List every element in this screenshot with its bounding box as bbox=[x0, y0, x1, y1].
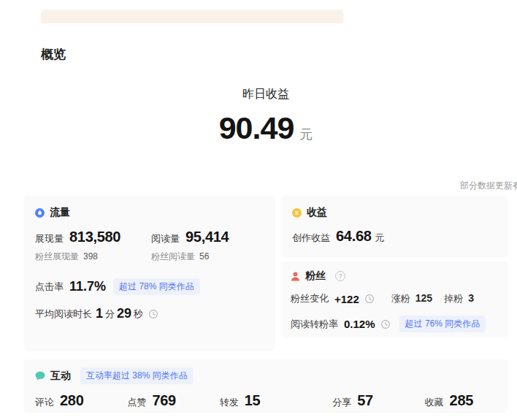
interaction-card-title: 互动 bbox=[50, 370, 71, 383]
reads-value: 95,414 bbox=[185, 229, 229, 245]
comments-value: 280 bbox=[60, 392, 83, 409]
stats-cards: 流量 展现量 813,580 阅读量 95,414 粉丝展现量 398 bbox=[23, 196, 508, 413]
earnings-card-title: 收益 bbox=[307, 206, 327, 219]
interaction-stat-comments: 评论 280 bbox=[35, 392, 127, 409]
interaction-stat-likes: 点赞 769 bbox=[127, 392, 219, 409]
notification-banner bbox=[41, 9, 343, 23]
fan-impressions-label: 粉丝展现量 bbox=[35, 251, 79, 263]
creation-earnings-unit: 元 bbox=[375, 232, 385, 245]
avg-read-time-minutes: 1 bbox=[96, 306, 103, 321]
page-title: 概览 bbox=[41, 46, 66, 63]
yesterday-earnings-label: 昨日收益 bbox=[23, 87, 508, 102]
earnings-card: ¥ 收益 创作收益 64.68 元 bbox=[280, 196, 508, 257]
interaction-stat-shares: 分享 57 bbox=[312, 392, 404, 409]
avg-read-time-minutes-unit: 分 bbox=[105, 308, 115, 321]
interaction-stat-favorites: 收藏 285 bbox=[405, 392, 497, 409]
shares-label: 分享 bbox=[332, 396, 351, 409]
avg-read-time-seconds: 29 bbox=[117, 306, 131, 321]
update-time-icon[interactable] bbox=[148, 309, 158, 319]
favorites-value: 285 bbox=[450, 392, 473, 409]
fan-impressions-value: 398 bbox=[83, 251, 98, 261]
overview-page: 概览 昨日收益 90.49 元 部分数据更新有 流量 bbox=[0, 0, 517, 420]
avg-read-time-label: 平均阅读时长 bbox=[35, 308, 92, 321]
reads-label: 阅读量 bbox=[151, 232, 180, 245]
fan-reads-value: 56 bbox=[199, 251, 209, 261]
likes-label: 点赞 bbox=[127, 396, 146, 409]
interaction-percentile-badge: 互动率超过 38% 同类作品 bbox=[80, 367, 194, 384]
read-to-fan-rate-label: 阅读转粉率 bbox=[291, 318, 338, 331]
data-update-note: 部分数据更新有 bbox=[460, 180, 517, 192]
update-time-icon[interactable] bbox=[364, 294, 375, 304]
earnings-icon: ¥ bbox=[292, 208, 302, 218]
creation-earnings-value: 64.68 bbox=[336, 228, 372, 245]
creation-earnings-label: 创作收益 bbox=[292, 232, 330, 245]
impressions-label: 展现量 bbox=[35, 232, 64, 245]
fans-gain-value: 125 bbox=[415, 292, 432, 304]
traffic-card: 流量 展现量 813,580 阅读量 95,414 粉丝展现量 398 bbox=[23, 196, 275, 351]
impressions-value: 813,580 bbox=[69, 229, 120, 245]
fans-loss-label: 掉粉 bbox=[444, 292, 463, 305]
traffic-card-title: 流量 bbox=[50, 206, 70, 219]
traffic-icon bbox=[35, 208, 45, 218]
avg-read-time-seconds-unit: 秒 bbox=[134, 308, 143, 321]
fans-icon bbox=[291, 272, 300, 281]
reposts-label: 转发 bbox=[220, 396, 239, 409]
fans-card: 粉丝 ? 粉丝变化 +122 涨粉 bbox=[280, 261, 508, 337]
reposts-value: 15 bbox=[245, 392, 261, 409]
yesterday-earnings-value: 90.49 bbox=[219, 110, 294, 146]
fans-gain-label: 涨粉 bbox=[391, 292, 410, 305]
yesterday-earnings-summary: 昨日收益 90.49 元 bbox=[23, 87, 508, 146]
interaction-stat-reposts: 转发 15 bbox=[220, 392, 312, 409]
ctr-value: 11.7% bbox=[69, 279, 106, 294]
comments-label: 评论 bbox=[35, 396, 54, 409]
likes-value: 769 bbox=[152, 392, 175, 409]
conversion-percentile-badge: 超过 76% 同类作品 bbox=[399, 316, 486, 332]
ctr-label: 点击率 bbox=[35, 280, 64, 294]
read-to-fan-rate-value: 0.12% bbox=[344, 318, 375, 330]
favorites-label: 收藏 bbox=[425, 396, 444, 409]
ctr-percentile-badge: 超过 78% 同类作品 bbox=[113, 278, 200, 295]
fans-change-label: 粉丝变化 bbox=[291, 292, 329, 305]
update-time-icon[interactable] bbox=[380, 319, 391, 329]
interaction-icon bbox=[35, 371, 45, 381]
fans-change-value: +122 bbox=[334, 293, 359, 305]
fans-card-title: 粉丝 bbox=[305, 270, 326, 283]
fan-reads-label: 粉丝阅读量 bbox=[151, 251, 195, 263]
yesterday-earnings-unit: 元 bbox=[299, 126, 313, 143]
shares-value: 57 bbox=[357, 392, 373, 409]
fans-loss-value: 3 bbox=[468, 292, 474, 304]
help-icon[interactable]: ? bbox=[335, 271, 345, 281]
interaction-card: 互动 互动率超过 38% 同类作品 评论 280 点赞 769 转发 15 分享 bbox=[23, 359, 508, 413]
